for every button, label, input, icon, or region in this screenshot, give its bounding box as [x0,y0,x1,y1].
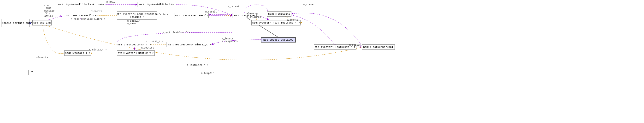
label-elements-4: elements [36,56,48,59]
label-cond: condlimitmessagefileactual [44,4,54,18]
label-msuites: m_suites [349,44,361,46]
label-mdatadir: m_dataDirm_name [127,20,140,25]
node-vector-uint32: std::vector< uint32_t > [117,50,155,56]
label-testsuite-ptr: < TestSuite * > [186,64,208,67]
diagram-container: std::basic_string< char > std::string ns… [0,0,644,123]
label-failure: failure [158,14,168,16]
svg-line-10 [245,16,278,37]
node-testrunnerimpl: ns3::TestRunnerImpl [362,44,395,50]
label-mresult: m_result [205,11,217,13]
label-mrunner: m_runner [304,3,315,6]
node-vector-testcasefailure: std::vector< ns3::TestCaseFailure > [117,11,157,20]
label-clock: clock [157,3,164,6]
label-elements-2: elements [246,13,258,15]
node-testcasefailure: ns3::TestCaseFailure [64,13,98,18]
label-mchildren: m_children [246,16,261,19]
node-basic-string: std::basic_string< char > [1,19,30,27]
label-testcase-ptr: < ns3::TestCase * > [162,31,190,34]
label-mpriv: - - - m_priv - - - [98,1,124,3]
label-elements-1: elements [91,10,102,13]
node-T: T [28,70,36,75]
label-mparent: m_parent [228,5,239,8]
label-elements-3: elements [286,19,298,21]
node-systemwallclock: ns3::SystemWallClockMs [137,2,176,7]
node-string: std::string [32,20,52,26]
label-uint32-2: < uint32_t > [89,49,106,51]
node-nsctcplosttestcase2: NscTcpLossTestCase2 [261,37,296,43]
node-testsuite: ns3::TestSuite [267,11,292,17]
label-mtempdir: m_tempDir [201,72,214,75]
node-vector-T: std::vector< T > [64,50,91,56]
node-testvectors-uint32: ns3::TestVectors< uint32_t > [166,42,211,47]
node-testcase-result: ns3::TestCase::Result [174,13,209,18]
label-minputs: m_inputsm_responses [222,38,238,43]
label-mvectors: m_vectors [141,47,154,49]
label-uint32-1: < uint32_t > [146,40,163,43]
label-testcasefailure-bracket: < ns3::TestCaseFaliure > [71,18,105,21]
